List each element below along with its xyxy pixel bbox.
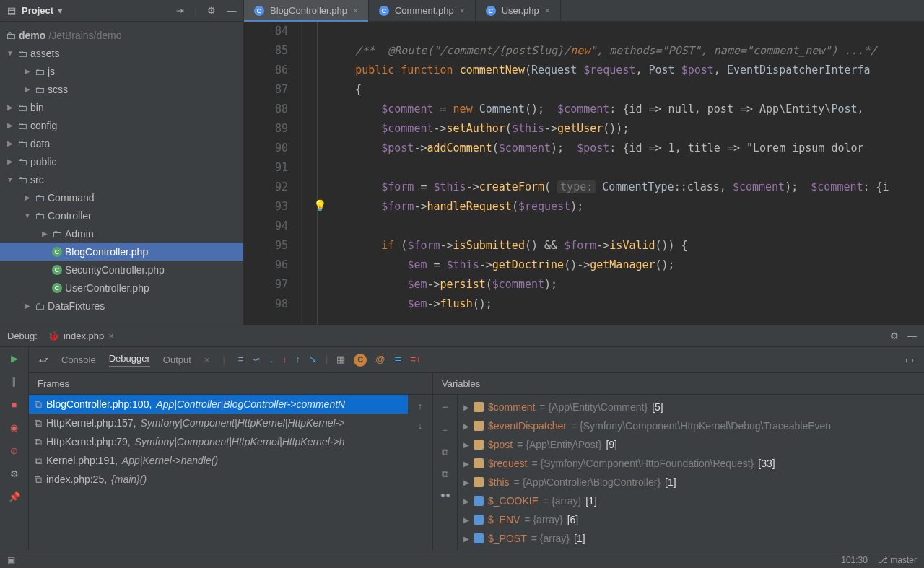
code-line[interactable]: if ($form->isSubmitted() && $form->isVal… xyxy=(329,236,924,255)
debug-settings-icon[interactable]: ⚙ xyxy=(8,467,21,480)
disclosure-arrow-icon[interactable]: ▼ xyxy=(6,49,14,57)
tree-root[interactable]: 🗀 demo /JetBrains/demo xyxy=(0,26,243,44)
code-line[interactable]: $form = $this->createForm( type: Comment… xyxy=(329,178,924,197)
at-icon[interactable]: @ xyxy=(375,354,385,367)
disclosure-arrow-icon[interactable]: ▼ xyxy=(23,211,32,219)
php-icon[interactable]: C xyxy=(354,354,367,367)
expand-arrow-icon[interactable]: ▶ xyxy=(463,460,469,468)
disclosure-arrow-icon[interactable]: ▶ xyxy=(6,103,14,111)
variable-row[interactable]: ▶ $_COOKIE = {array} [1] xyxy=(458,491,924,510)
debug-session-tab[interactable]: 🐞 index.php × xyxy=(48,331,114,341)
lightbulb-icon[interactable]: 💡 xyxy=(313,196,327,216)
pin-icon[interactable]: 📌 xyxy=(8,490,21,503)
mute-breakpoints-icon[interactable]: ⊘ xyxy=(8,444,21,457)
show-execution-point-icon[interactable]: ≡ xyxy=(238,354,244,367)
copy-icon[interactable]: ⧉ xyxy=(442,447,448,458)
variable-row[interactable]: ▶ $this = {App\Controller\BlogController… xyxy=(458,473,924,491)
caret-position[interactable]: 101:30 xyxy=(841,555,868,565)
frame-row[interactable]: ⧉Kernel.php:191, App|Kernel->handle() xyxy=(29,451,408,470)
tree-item[interactable]: ▼🗀assets xyxy=(0,44,243,62)
run-to-cursor-icon[interactable]: ↘ xyxy=(309,354,317,367)
code-line[interactable] xyxy=(329,22,924,41)
code-line[interactable]: $em = $this->getDoctrine()->getManager()… xyxy=(329,255,924,275)
variables-list[interactable]: ▶ $comment = {App\Entity\Comment} [5]▶ $… xyxy=(458,395,924,551)
editor-tab[interactable]: CUser.php× xyxy=(476,0,561,21)
project-tree[interactable]: 🗀 demo /JetBrains/demo ▼🗀assets▶🗀js▶🗀scs… xyxy=(0,22,243,325)
view-breakpoints-icon[interactable]: ◉ xyxy=(8,421,21,434)
tree-item[interactable]: ▶🗀config xyxy=(0,116,243,134)
code-line[interactable]: $form->handleRequest($request); xyxy=(329,197,924,217)
collapse-icon[interactable]: ⇥ xyxy=(175,5,186,17)
force-step-into-icon[interactable]: ↓ xyxy=(282,354,287,367)
step-over-icon[interactable]: ⤻ xyxy=(252,354,260,367)
expand-arrow-icon[interactable]: ▶ xyxy=(463,422,469,430)
disclosure-arrow-icon[interactable]: ▶ xyxy=(23,85,32,93)
tree-item[interactable]: ▶🗀Admin xyxy=(0,224,243,243)
code-line[interactable]: $comment = new Comment(); $comment: {id … xyxy=(329,100,924,119)
frame-down-icon[interactable]: ↓ xyxy=(418,420,423,431)
remove-watch-icon[interactable]: － xyxy=(440,424,450,437)
variable-row[interactable]: ▶ $_POST = {array} [1] xyxy=(458,529,924,548)
expand-arrow-icon[interactable]: ▶ xyxy=(463,441,469,449)
tree-item[interactable]: ▶🗀public xyxy=(0,152,243,170)
editor-tab[interactable]: CComment.php× xyxy=(369,0,476,21)
step-into-icon[interactable]: ↓ xyxy=(269,354,274,367)
frame-up-icon[interactable]: ↑ xyxy=(418,401,423,411)
code-line[interactable]: $post->addComment($comment); $post: {id … xyxy=(329,139,924,158)
minimize-icon[interactable]: — xyxy=(226,5,237,17)
code-line[interactable]: { xyxy=(329,80,924,100)
link-icon[interactable]: ⧉ xyxy=(442,468,448,480)
tab-debugger[interactable]: Debugger xyxy=(109,353,150,367)
disclosure-arrow-icon[interactable]: ▶ xyxy=(23,302,32,310)
editor-tab[interactable]: CBlogController.php× xyxy=(244,0,369,21)
close-icon[interactable]: × xyxy=(108,331,114,341)
frame-row[interactable]: ⧉HttpKernel.php:79, Symfony|Component|Ht… xyxy=(29,432,408,451)
tree-item[interactable]: CUserController.php xyxy=(0,279,243,297)
code-line[interactable]: $em->flush(); xyxy=(329,294,924,314)
tree-item[interactable]: ▼🗀src xyxy=(0,170,243,188)
minimize-icon[interactable]: — xyxy=(907,331,917,341)
disclosure-arrow-icon[interactable]: ▶ xyxy=(23,193,32,201)
git-branch[interactable]: ⎇ master xyxy=(878,555,917,565)
stop-icon[interactable]: ■ xyxy=(8,398,21,411)
code-line[interactable] xyxy=(329,158,924,178)
chevron-down-icon[interactable]: ▾ xyxy=(58,5,63,16)
tree-item[interactable]: ▶🗀data xyxy=(0,134,243,152)
code-line[interactable] xyxy=(329,217,924,236)
gear-icon[interactable]: ⚙ xyxy=(206,5,217,17)
code-line[interactable]: public function commentNew(Request $requ… xyxy=(329,61,924,80)
disclosure-arrow-icon[interactable]: ▶ xyxy=(6,157,14,165)
tree-item[interactable]: ▼🗀Controller xyxy=(0,206,243,224)
disclosure-arrow-icon[interactable]: ▶ xyxy=(6,139,14,147)
editor-body[interactable]: 848586878889909192939495969798 💡 /** @Ro… xyxy=(244,22,924,325)
debugger-switch-icon[interactable]: ⮐ xyxy=(39,354,48,365)
frame-row[interactable]: ⧉HttpKernel.php:157, Symfony|Component|H… xyxy=(29,414,408,432)
code-line[interactable]: /** @Route("/comment/{postSlug}/new", me… xyxy=(329,41,924,61)
disclosure-arrow-icon[interactable]: ▶ xyxy=(6,121,14,129)
frames-list[interactable]: ⧉BlogController.php:100, App|Controller|… xyxy=(29,395,408,551)
expand-arrow-icon[interactable]: ▶ xyxy=(463,516,469,524)
expand-arrow-icon[interactable]: ▶ xyxy=(463,403,469,411)
gutter[interactable]: 848586878889909192939495969798 xyxy=(244,22,302,325)
close-icon[interactable]: × xyxy=(460,6,465,16)
code-line[interactable]: $comment->setAuthor($this->getUser()); xyxy=(329,119,924,139)
expand-arrow-icon[interactable]: ▶ xyxy=(463,497,469,505)
step-out-icon[interactable]: ↑ xyxy=(295,354,300,367)
evaluate-icon[interactable]: ▦ xyxy=(336,354,345,367)
tree-item[interactable]: ▶🗀bin xyxy=(0,98,243,116)
tab-console[interactable]: Console xyxy=(61,354,96,365)
frame-row[interactable]: ⧉BlogController.php:100, App|Controller|… xyxy=(29,395,408,414)
tree-item[interactable]: ▶🗀scss xyxy=(0,80,243,98)
variable-row[interactable]: ▶ $_ENV = {array} [6] xyxy=(458,510,924,529)
disclosure-arrow-icon[interactable]: ▼ xyxy=(6,175,14,183)
list-icon[interactable]: ≣ xyxy=(394,354,402,367)
frame-row[interactable]: ⧉index.php:25, {main}() xyxy=(29,470,408,489)
add-watch-icon[interactable]: ＋ xyxy=(440,401,450,414)
expand-arrow-icon[interactable]: ▶ xyxy=(463,479,469,486)
variable-row[interactable]: ▶ $post = {App\Entity\Post} [9] xyxy=(458,435,924,454)
tool-windows-icon[interactable]: ▣ xyxy=(7,555,15,565)
glasses-icon[interactable]: 👓 xyxy=(440,490,451,501)
code-area[interactable]: /** @Route("/comment/{postSlug}/new", me… xyxy=(318,22,924,325)
variable-row[interactable]: ▶ $eventDispatcher = {Symfony\Component\… xyxy=(458,416,924,435)
layout-icon[interactable]: ▭ xyxy=(905,354,914,365)
